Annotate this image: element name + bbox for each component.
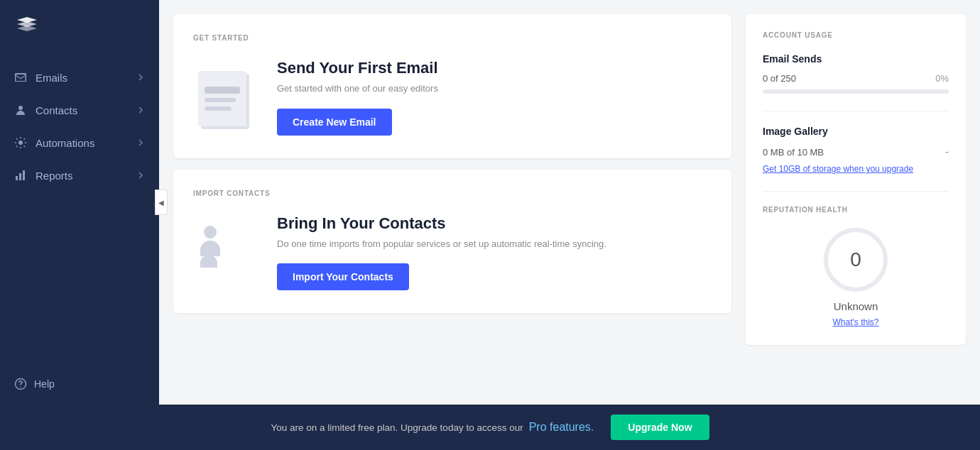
automations-icon	[14, 136, 27, 149]
email-sends-value: 0 of 250	[763, 73, 796, 84]
import-contacts-label: IMPORT CONTACTS	[193, 190, 712, 197]
sidebar-footer: Help	[0, 363, 159, 405]
sidebar-item-contacts[interactable]: Contacts	[0, 94, 159, 126]
reports-chevron-icon	[136, 171, 145, 180]
import-contacts-card: IMPORT CONTACTS	[173, 170, 731, 314]
upgrade-now-button[interactable]: Upgrade Now	[611, 415, 709, 440]
image-gallery-row: 0 MB of 10 MB -	[763, 146, 949, 158]
import-contacts-description: Do one time imports from popular service…	[277, 237, 606, 251]
pro-features-link[interactable]: Pro features.	[529, 421, 594, 434]
email-sends-section: Email Sends 0 of 250 0%	[763, 53, 949, 94]
image-gallery-section: Image Gallery 0 MB of 10 MB - Get 10GB o…	[763, 126, 949, 174]
automations-label: Automations	[36, 137, 94, 149]
contacts-chevron-icon	[136, 106, 145, 114]
reputation-status: Unknown	[763, 300, 949, 312]
emails-chevron-icon	[136, 73, 145, 82]
automations-chevron-icon	[136, 138, 145, 147]
sidebar-item-emails[interactable]: Emails	[0, 61, 159, 94]
email-sends-row: 0 of 250 0%	[763, 73, 949, 84]
sidebar-item-automations[interactable]: Automations	[0, 126, 159, 159]
contacts-icon	[14, 104, 27, 116]
logo[interactable]	[0, 0, 159, 54]
image-gallery-dash: -	[945, 146, 949, 158]
get-started-label: GET STARTED	[193, 34, 712, 42]
email-illustration	[193, 62, 257, 133]
reputation-circle: 0	[824, 228, 888, 292]
svg-point-6	[20, 386, 21, 388]
help-item[interactable]: Help	[14, 378, 145, 390]
create-email-button[interactable]: Create New Email	[277, 109, 392, 136]
svg-point-1	[18, 141, 23, 145]
contacts-illustration	[193, 216, 257, 287]
email-icon	[14, 71, 27, 84]
sidebar-nav: Emails Contacts	[0, 54, 159, 363]
center-column: GET STARTED Send Your Fi	[173, 14, 731, 390]
help-label: Help	[34, 378, 55, 390]
right-column: ACCOUNT USAGE Email Sends 0 of 250 0% Im…	[746, 14, 966, 390]
reports-label: Reports	[36, 170, 73, 182]
reputation-health-section: REPUTATION HEALTH 0 Unknown What's this?	[763, 206, 949, 328]
emails-label: Emails	[36, 72, 67, 84]
upgrade-storage-link[interactable]: Get 10GB of storage when you upgrade	[763, 164, 949, 174]
email-sends-pct: 0%	[935, 73, 949, 84]
get-started-text: Send Your First Email Get started with o…	[277, 59, 438, 136]
get-started-card: GET STARTED Send Your Fi	[173, 14, 731, 158]
upgrade-banner: You are on a limited free plan. Upgrade …	[0, 405, 980, 450]
whats-this-link[interactable]: What's this?	[833, 317, 879, 327]
sidebar: Emails Contacts	[0, 0, 159, 405]
image-gallery-label: Image Gallery	[763, 126, 949, 137]
sidebar-collapse-button[interactable]: ◀	[155, 190, 168, 215]
banner-text: You are on a limited free plan. Upgrade …	[271, 422, 523, 433]
reports-icon	[14, 169, 27, 182]
svg-point-0	[18, 106, 23, 110]
import-contacts-button[interactable]: Import Your Contacts	[277, 263, 409, 290]
email-sends-label: Email Sends	[763, 53, 949, 65]
help-icon	[14, 378, 27, 390]
contacts-label: Contacts	[36, 104, 77, 116]
main-content: GET STARTED Send Your Fi	[159, 0, 980, 405]
import-contacts-text: Bring In Your Contacts Do one time impor…	[277, 214, 606, 291]
account-usage-title: ACCOUNT USAGE	[763, 31, 949, 39]
svg-rect-2	[16, 176, 18, 180]
get-started-title: Send Your First Email	[277, 59, 438, 77]
reputation-health-title: REPUTATION HEALTH	[763, 206, 949, 214]
image-gallery-value: 0 MB of 10 MB	[763, 147, 824, 158]
person-icon-2	[200, 241, 217, 268]
sidebar-item-reports[interactable]: Reports	[0, 159, 159, 192]
import-contacts-title: Bring In Your Contacts	[277, 214, 606, 233]
email-sends-progress-bar	[763, 89, 949, 94]
svg-rect-4	[23, 170, 25, 180]
get-started-description: Get started with one of our easy editors	[277, 82, 438, 96]
account-usage-panel: ACCOUNT USAGE Email Sends 0 of 250 0% Im…	[746, 14, 966, 345]
reputation-number: 0	[850, 248, 861, 271]
svg-rect-3	[19, 173, 21, 180]
reputation-display: 0 Unknown What's this?	[763, 228, 949, 328]
